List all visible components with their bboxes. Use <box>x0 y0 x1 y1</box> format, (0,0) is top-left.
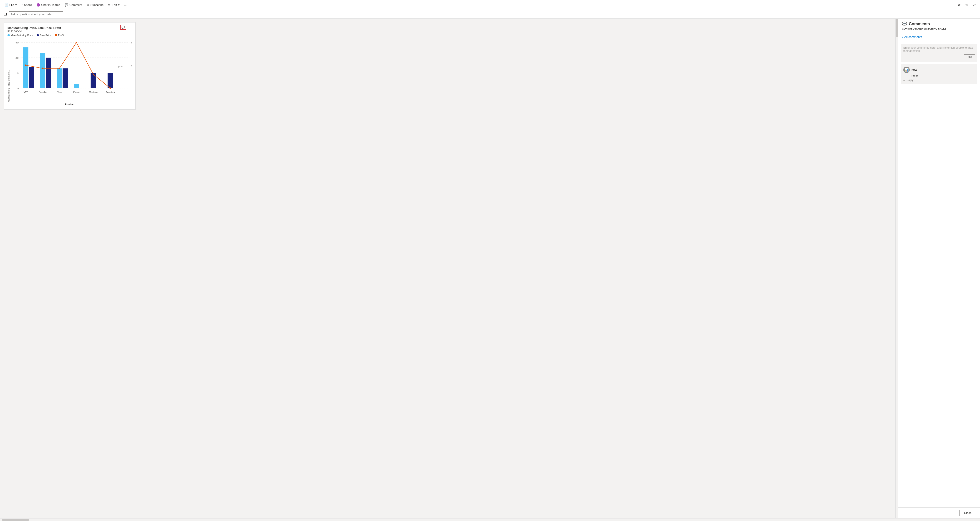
close-button[interactable]: Close <box>959 510 976 516</box>
svg-point-19 <box>25 65 26 66</box>
svg-point-23 <box>92 74 94 75</box>
svg-point-21 <box>59 68 60 69</box>
svg-text:10K: 10K <box>16 72 19 75</box>
chart-legend: Manufacturing Price Sale Price Profit <box>8 34 132 37</box>
legend-dot-profit <box>55 34 57 37</box>
legend-sale-price: Sale Price <box>37 34 51 37</box>
comment-time: now <box>912 68 917 71</box>
reply-button[interactable]: ↩ Reply <box>903 79 975 82</box>
svg-rect-17 <box>91 73 96 88</box>
teams-icon: 🟣 <box>37 3 40 6</box>
file-icon: 📄 <box>5 3 8 6</box>
comments-icon: 💬 <box>902 21 907 26</box>
svg-text:30K: 30K <box>16 41 19 44</box>
svg-text:Amarilla: Amarilla <box>39 91 47 93</box>
chart-svg: 30K 20K 10K 0K 4M 2M <box>11 38 132 102</box>
svg-point-20 <box>42 68 43 69</box>
chart-inner: 30K 20K 10K 0K 4M 2M <box>11 38 132 102</box>
subscribe-button[interactable]: ✉ Subscribe <box>85 2 105 8</box>
svg-text:20K: 20K <box>16 57 19 59</box>
avatar-icon: 📊 <box>905 68 908 71</box>
svg-text:0K: 0K <box>17 87 19 90</box>
chart-area: Manufacturing Price and Sale ... 30K 20K… <box>8 38 132 102</box>
edit-chevron-icon: ▾ <box>118 3 120 6</box>
comments-title: 💬 Comments <box>902 21 976 26</box>
chart-title: Manufacturing Price, Sale Price, Profit <box>8 26 132 30</box>
svg-rect-12 <box>40 53 45 88</box>
comment-author-row: 📊 now <box>903 67 975 73</box>
x-axis-label: Product <box>8 103 132 106</box>
svg-text:Velo: Velo <box>57 91 62 93</box>
chart-comment-symbol: 💬 <box>121 26 125 29</box>
chart-subtitle: BY PRODUCT <box>8 30 132 32</box>
refresh-button[interactable]: ↺ <box>956 2 962 8</box>
comment-text: hello <box>912 74 975 77</box>
svg-rect-15 <box>62 68 68 88</box>
file-button[interactable]: 📄 File ▾ <box>3 2 19 8</box>
subscribe-icon: ✉ <box>87 3 89 6</box>
svg-rect-10 <box>23 47 28 88</box>
svg-rect-16 <box>74 84 79 88</box>
edit-button[interactable]: ✏ Edit ▾ <box>106 2 121 8</box>
qa-input[interactable] <box>9 11 63 17</box>
horizontal-scrollbar[interactable] <box>0 518 980 521</box>
comments-body: Enter your comments here, and @mention p… <box>898 41 980 507</box>
comment-input-area: Enter your comments here, and @mention p… <box>901 44 977 62</box>
comment-author-time: now <box>912 68 917 71</box>
share-icon: ↑ <box>21 3 23 6</box>
svg-text:Montana: Montana <box>89 91 98 93</box>
chat-in-teams-button[interactable]: 🟣 Chat in Teams <box>35 2 62 8</box>
comment-icon: 💬 <box>65 3 68 6</box>
toolbar-right: ↺ ☆ ⤢ <box>956 2 977 8</box>
legend-dot-sale <box>37 34 39 37</box>
svg-text:VTT: VTT <box>24 91 28 93</box>
vertical-scrollbar[interactable] <box>896 19 898 518</box>
more-button[interactable]: ... <box>123 2 129 8</box>
svg-point-22 <box>76 42 77 43</box>
svg-text:2M: 2M <box>130 64 132 67</box>
comments-panel: 💬 Comments CONTOSO MANUFACTURING SALES ‹… <box>898 19 980 518</box>
comment-input-placeholder[interactable]: Enter your comments here, and @mention p… <box>903 46 975 52</box>
svg-rect-18 <box>108 73 113 88</box>
toolbar: 📄 File ▾ ↑ Share 🟣 Chat in Teams 💬 Comme… <box>0 0 980 10</box>
legend-profit: Profit <box>55 34 64 37</box>
svg-text:Profit: Profit <box>118 65 123 68</box>
svg-rect-14 <box>57 68 62 88</box>
comments-header: 💬 Comments CONTOSO MANUFACTURING SALES <box>898 19 980 33</box>
qa-bar: ☐ <box>0 10 980 19</box>
back-chevron-icon: ‹ <box>902 35 903 39</box>
comments-source: CONTOSO MANUFACTURING SALES <box>902 27 976 30</box>
all-comments-nav[interactable]: ‹ All comments <box>898 33 980 41</box>
svg-text:Paseo: Paseo <box>73 91 80 93</box>
comment-button[interactable]: 💬 Comment <box>63 2 84 8</box>
fullscreen-button[interactable]: ⤢ <box>972 2 977 8</box>
svg-text:Carretera: Carretera <box>106 91 115 93</box>
favorite-button[interactable]: ☆ <box>964 2 970 8</box>
post-button[interactable]: Post <box>964 54 975 59</box>
y-axis-left-label: Manufacturing Price and Sale ... <box>8 38 10 102</box>
svg-text:4M: 4M <box>130 41 132 44</box>
chart-comment-icon[interactable]: 💬 <box>120 25 126 30</box>
qa-icon: ☐ <box>4 12 7 16</box>
legend-dot-manufacturing <box>8 34 10 37</box>
h-scrollbar-thumb[interactable] <box>2 519 29 521</box>
comments-footer: Close <box>898 507 980 518</box>
report-canvas: 💬 Manufacturing Price, Sale Price, Profi… <box>0 19 896 518</box>
file-chevron-icon: ▾ <box>15 3 17 6</box>
edit-icon: ✏ <box>108 3 111 6</box>
avatar: 📊 <box>903 67 910 73</box>
main-area: 💬 Manufacturing Price, Sale Price, Profi… <box>0 19 980 518</box>
svg-rect-11 <box>29 67 34 88</box>
svg-rect-13 <box>46 58 51 88</box>
chart-container: 💬 Manufacturing Price, Sale Price, Profi… <box>4 22 135 110</box>
scrollbar-thumb[interactable] <box>896 19 898 37</box>
reply-icon: ↩ <box>903 79 905 82</box>
legend-manufacturing-price: Manufacturing Price <box>8 34 33 37</box>
svg-point-24 <box>110 87 111 89</box>
share-button[interactable]: ↑ Share <box>19 2 34 8</box>
comment-card: 📊 now hello ↩ Reply <box>901 64 977 84</box>
